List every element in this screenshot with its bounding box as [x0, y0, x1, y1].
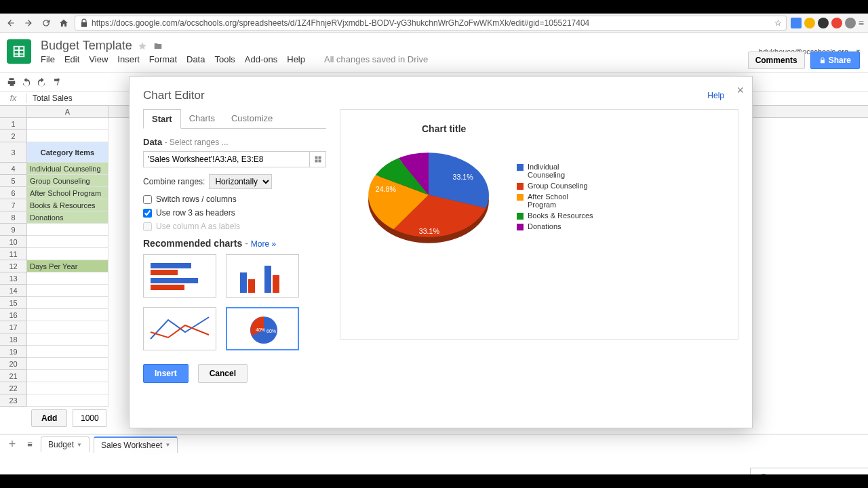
- cell[interactable]: [27, 358, 108, 370]
- ext-icon-2[interactable]: [804, 18, 815, 28]
- row-header[interactable]: 21: [0, 370, 27, 382]
- star-icon[interactable]: [138, 41, 147, 51]
- cell[interactable]: [27, 248, 108, 260]
- switch-checkbox[interactable]: [143, 195, 152, 204]
- cell[interactable]: [27, 321, 108, 333]
- cancel-button[interactable]: Cancel: [198, 364, 248, 383]
- row-header[interactable]: 16: [0, 309, 27, 321]
- rec-chart-bar-v[interactable]: [226, 254, 299, 298]
- cell[interactable]: [27, 130, 108, 142]
- menu-file[interactable]: File: [41, 54, 55, 64]
- comments-button[interactable]: Comments: [748, 52, 805, 69]
- row-header[interactable]: 5: [0, 175, 27, 187]
- share-button[interactable]: Share: [810, 52, 860, 69]
- ext-icon-1[interactable]: [791, 18, 802, 28]
- row-header[interactable]: 18: [0, 333, 27, 346]
- forward-button[interactable]: [22, 16, 35, 30]
- menu-format[interactable]: Format: [149, 54, 177, 64]
- cell[interactable]: [27, 285, 108, 297]
- cell[interactable]: Category Items: [27, 142, 108, 163]
- cell[interactable]: [27, 382, 108, 394]
- sheet-tab-budget[interactable]: Budget▼: [41, 436, 90, 452]
- cell[interactable]: [27, 272, 108, 285]
- row-header[interactable]: 23: [0, 394, 27, 407]
- cell[interactable]: Donations: [27, 211, 108, 224]
- cell[interactable]: [27, 333, 108, 346]
- row-header[interactable]: 7: [0, 199, 27, 211]
- back-button[interactable]: [4, 16, 18, 30]
- range-picker-button[interactable]: [310, 151, 326, 167]
- folder-icon[interactable]: [153, 41, 163, 51]
- menu-help[interactable]: Help: [287, 54, 305, 64]
- sheets-logo[interactable]: [7, 39, 31, 64]
- more-link[interactable]: More »: [251, 239, 276, 249]
- add-sheet-button[interactable]: +: [5, 437, 19, 451]
- rec-chart-bar-h[interactable]: [143, 254, 216, 298]
- all-sheets-button[interactable]: ≡: [23, 439, 37, 449]
- menu-addons[interactable]: Add-ons: [245, 54, 277, 64]
- cell[interactable]: Days Per Year: [27, 260, 108, 272]
- cell[interactable]: [27, 297, 108, 309]
- menu-edit[interactable]: Edit: [64, 54, 79, 64]
- menu-view[interactable]: View: [89, 54, 108, 64]
- select-all-cell[interactable]: [0, 106, 27, 117]
- row-header[interactable]: 15: [0, 297, 27, 309]
- tab-customize[interactable]: Customize: [223, 109, 281, 128]
- formula-value[interactable]: Total Sales: [27, 94, 73, 103]
- row-header[interactable]: 3: [0, 142, 27, 163]
- menu-tools[interactable]: Tools: [214, 54, 235, 64]
- close-button[interactable]: ×: [736, 83, 744, 98]
- doc-title[interactable]: Budget Template: [41, 39, 132, 53]
- browser-menu-icon[interactable]: ≡: [859, 18, 864, 28]
- undo-icon[interactable]: [22, 77, 31, 87]
- range-input[interactable]: [143, 151, 310, 167]
- help-link[interactable]: Help: [707, 91, 724, 100]
- rec-chart-pie[interactable]: 40%60%: [226, 307, 299, 350]
- row-header[interactable]: 19: [0, 346, 27, 358]
- cell[interactable]: Group Counseling: [27, 175, 108, 187]
- row-header[interactable]: 6: [0, 187, 27, 199]
- cell[interactable]: Individual Counseling: [27, 163, 108, 175]
- row-header[interactable]: 13: [0, 272, 27, 285]
- sheet-tab-sales[interactable]: Sales Worksheet▼: [94, 436, 178, 453]
- col-header-a[interactable]: A: [27, 106, 108, 117]
- cell[interactable]: Books & Resources: [27, 199, 108, 211]
- tab-start[interactable]: Start: [143, 109, 181, 129]
- cell[interactable]: [27, 224, 108, 236]
- combine-select[interactable]: Horizontally: [209, 174, 272, 189]
- row-header[interactable]: 4: [0, 163, 27, 175]
- row-count-input[interactable]: [73, 409, 106, 427]
- insert-button[interactable]: Insert: [143, 364, 189, 383]
- row-header[interactable]: 20: [0, 358, 27, 370]
- ext-icon-3[interactable]: [818, 18, 829, 28]
- tab-charts[interactable]: Charts: [181, 109, 223, 128]
- cell[interactable]: [27, 236, 108, 248]
- row-header[interactable]: 14: [0, 285, 27, 297]
- headers-checkbox[interactable]: [143, 209, 152, 218]
- row-header[interactable]: 2: [0, 130, 27, 142]
- row-header[interactable]: 1: [0, 118, 27, 130]
- cell[interactable]: After School Program: [27, 187, 108, 199]
- redo-icon[interactable]: [37, 77, 46, 87]
- cell[interactable]: [27, 394, 108, 407]
- row-header[interactable]: 10: [0, 236, 27, 248]
- url-bar[interactable]: https://docs.google.com/a/ocschools.org/…: [75, 16, 787, 30]
- reload-button[interactable]: [39, 16, 53, 30]
- home-button[interactable]: [57, 16, 71, 30]
- print-icon[interactable]: [7, 77, 16, 87]
- cell[interactable]: [27, 346, 108, 358]
- menu-data[interactable]: Data: [186, 54, 205, 64]
- row-header[interactable]: 8: [0, 211, 27, 224]
- ext-icon-4[interactable]: [831, 18, 842, 28]
- row-header[interactable]: 9: [0, 224, 27, 236]
- row-header[interactable]: 12: [0, 260, 27, 272]
- rec-chart-line[interactable]: [143, 307, 216, 350]
- menu-insert[interactable]: Insert: [117, 54, 140, 64]
- paint-icon[interactable]: [52, 77, 61, 87]
- cell[interactable]: [27, 370, 108, 382]
- add-rows-button[interactable]: Add: [31, 409, 67, 427]
- row-header[interactable]: 17: [0, 321, 27, 333]
- cell[interactable]: [27, 309, 108, 321]
- cell[interactable]: [27, 118, 108, 130]
- row-header[interactable]: 11: [0, 248, 27, 260]
